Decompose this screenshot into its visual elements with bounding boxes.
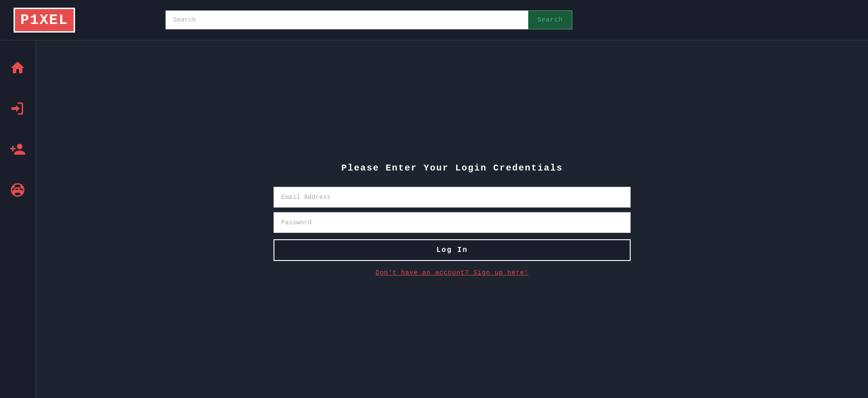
sidebar-item-home[interactable] bbox=[4, 54, 31, 81]
main-content: Please Enter Your Login Credentials Log … bbox=[36, 41, 868, 398]
sidebar-item-sitemap[interactable] bbox=[4, 176, 31, 204]
sidebar-item-register[interactable] bbox=[4, 136, 31, 163]
login-title: Please Enter Your Login Credentials bbox=[341, 163, 563, 173]
login-container: Please Enter Your Login Credentials Log … bbox=[274, 163, 631, 276]
main-layout: Please Enter Your Login Credentials Log … bbox=[0, 41, 868, 398]
search-bar-container: Search bbox=[165, 10, 572, 29]
login-button[interactable]: Log In bbox=[274, 239, 631, 261]
sidebar bbox=[0, 41, 36, 398]
header: P1XEL Search bbox=[0, 0, 868, 41]
login-icon bbox=[9, 100, 26, 117]
signup-link[interactable]: Don't have an account? Sign up here! bbox=[376, 269, 528, 276]
sidebar-item-login[interactable] bbox=[4, 95, 31, 122]
logo[interactable]: P1XEL bbox=[14, 8, 75, 33]
login-form: Log In bbox=[274, 187, 631, 261]
sitemap-icon bbox=[9, 182, 26, 198]
home-icon bbox=[9, 60, 26, 76]
email-field[interactable] bbox=[274, 187, 631, 208]
register-icon bbox=[9, 141, 26, 157]
search-input[interactable] bbox=[165, 10, 528, 29]
search-button[interactable]: Search bbox=[528, 10, 572, 29]
password-field[interactable] bbox=[274, 212, 631, 233]
logo-text: P1XEL bbox=[14, 8, 75, 33]
